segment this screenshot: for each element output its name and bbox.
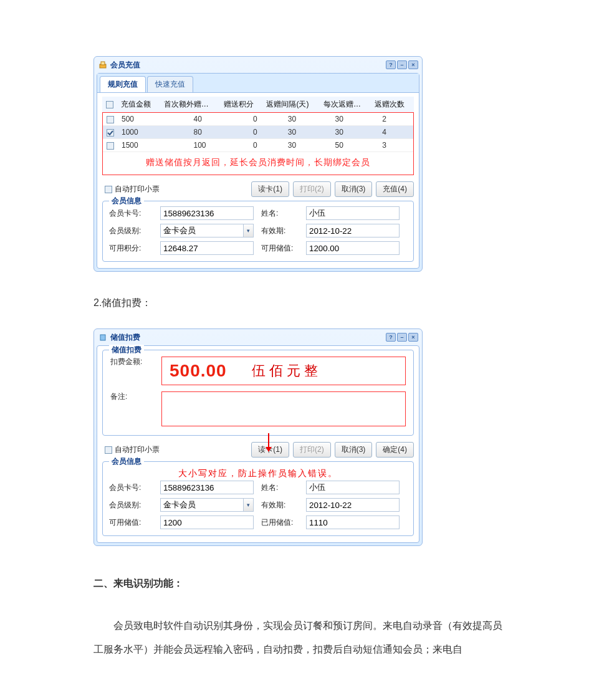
body-paragraph: 会员致电时软件自动识别其身份，实现会员订餐和预订房间。来电自动录音（有效提高员工… bbox=[93, 614, 508, 662]
amount-label: 扣费金额: bbox=[110, 357, 154, 367]
confirm-button[interactable]: 确定(4) bbox=[376, 442, 414, 458]
col-bonus-points: 赠送积分 bbox=[220, 97, 263, 113]
points-label: 可用积分: bbox=[109, 243, 153, 254]
deduction-panel: 储值扣费 扣费金额: 500.00 伍佰元整 备注: bbox=[102, 350, 414, 436]
print-button[interactable]: 打印(2) bbox=[293, 442, 331, 458]
col-first-extra: 首次额外赠… bbox=[160, 97, 220, 113]
svg-rect-2 bbox=[100, 335, 105, 340]
col-each-return: 每次返赠… bbox=[320, 97, 371, 113]
title-bar: 会员充值 ? – × bbox=[94, 57, 422, 73]
member-info-panel: 会员信息 大小写对应，防止操作员输入错误。 会员卡号: 姓名: 会员级别: ▾ … bbox=[102, 461, 414, 536]
select-all-checkbox[interactable] bbox=[106, 101, 113, 108]
section-label: 2.储值扣费： bbox=[93, 297, 508, 310]
card-no-label: 会员卡号: bbox=[109, 208, 153, 219]
recharge-icon bbox=[98, 60, 108, 70]
balance-label: 可用储值: bbox=[261, 243, 299, 254]
card-no-label: 会员卡号: bbox=[109, 482, 153, 493]
name-label: 姓名: bbox=[261, 208, 299, 219]
recharge-table: 充值金额 首次额外赠… 赠送积分 返赠间隔(天) 每次返赠… 返赠次数 bbox=[102, 97, 414, 113]
tabs: 规则充值 快速充值 bbox=[97, 74, 419, 93]
section-heading: 二、来电识别功能： bbox=[93, 577, 508, 590]
annotation-text: 大小写对应，防止操作员输入错误。 bbox=[109, 468, 407, 479]
valid-input[interactable] bbox=[306, 498, 400, 512]
valid-input[interactable] bbox=[306, 224, 400, 237]
member-info-panel: 会员信息 会员卡号: 姓名: 会员级别: ▾ 有效期: 可用积分: 可用储值 bbox=[102, 201, 414, 262]
name-input[interactable] bbox=[306, 206, 400, 220]
member-info-legend: 会员信息 bbox=[109, 196, 144, 206]
minimize-button[interactable]: – bbox=[397, 60, 407, 69]
used-input[interactable] bbox=[306, 515, 400, 529]
col-amount: 充值金额 bbox=[117, 97, 160, 113]
level-label: 会员级别: bbox=[109, 500, 153, 511]
annotation-text: 赠送储值按月返回，延长会员消费时间，长期绑定会员 bbox=[103, 152, 413, 175]
remark-label: 备注: bbox=[110, 391, 154, 402]
level-select[interactable] bbox=[160, 498, 254, 512]
tab-rule-recharge[interactable]: 规则充值 bbox=[100, 76, 146, 92]
deduction-dialog: 储值扣费 ? – × 储值扣费 扣费金额: 500.00 伍佰元整 备注: bbox=[93, 328, 423, 546]
close-button[interactable]: × bbox=[408, 333, 418, 342]
member-info-legend: 会员信息 bbox=[109, 456, 144, 467]
used-label: 已用储值: bbox=[261, 517, 299, 528]
card-no-input[interactable] bbox=[160, 481, 254, 494]
dialog-title: 会员充值 bbox=[110, 60, 140, 70]
help-button[interactable]: ? bbox=[386, 333, 396, 342]
print-button[interactable]: 打印(2) bbox=[293, 181, 331, 197]
title-bar: 储值扣费 ? – × bbox=[94, 329, 422, 345]
row-checkbox[interactable] bbox=[107, 116, 114, 123]
name-label: 姓名: bbox=[261, 482, 299, 493]
card-no-input[interactable] bbox=[160, 206, 254, 220]
col-return-times: 返赠次数 bbox=[371, 97, 414, 113]
cancel-button[interactable]: 取消(3) bbox=[335, 442, 373, 458]
name-input[interactable] bbox=[306, 481, 400, 494]
level-label: 会员级别: bbox=[109, 226, 153, 236]
auto-print-checkbox[interactable]: 自动打印小票 bbox=[105, 444, 160, 455]
minimize-button[interactable]: – bbox=[397, 333, 407, 342]
row-checkbox[interactable] bbox=[107, 129, 114, 137]
svg-rect-1 bbox=[101, 62, 105, 65]
amount-chinese: 伍佰元整 bbox=[252, 362, 322, 380]
close-button[interactable]: × bbox=[408, 60, 418, 69]
read-card-button[interactable]: 读卡(1) bbox=[251, 181, 289, 197]
table-row[interactable]: 1500 100 0 30 50 3 bbox=[103, 139, 413, 152]
row-checkbox[interactable] bbox=[107, 142, 114, 150]
deduction-icon bbox=[98, 332, 108, 342]
level-select[interactable] bbox=[160, 224, 254, 237]
points-input[interactable] bbox=[160, 241, 254, 255]
dialog-title: 储值扣费 bbox=[110, 332, 140, 343]
help-button[interactable]: ? bbox=[386, 60, 396, 69]
tab-quick-recharge[interactable]: 快速充值 bbox=[147, 76, 193, 92]
remark-input[interactable] bbox=[161, 391, 406, 426]
amount-box: 500.00 伍佰元整 bbox=[161, 357, 406, 385]
recharge-button[interactable]: 充值(4) bbox=[376, 181, 414, 197]
cancel-button[interactable]: 取消(3) bbox=[335, 181, 373, 197]
member-recharge-dialog: 会员充值 ? – × 规则充值 快速充值 充值金额 首次额外赠… 赠送积分 返赠… bbox=[93, 56, 423, 272]
valid-label: 有效期: bbox=[261, 226, 299, 236]
svg-marker-4 bbox=[266, 447, 272, 452]
deduction-legend: 储值扣费 bbox=[109, 345, 144, 355]
table-row[interactable]: 1000 80 0 30 30 4 bbox=[103, 126, 413, 139]
valid-label: 有效期: bbox=[261, 500, 299, 511]
avail-input[interactable] bbox=[160, 515, 254, 529]
table-row[interactable]: 500 40 0 30 30 2 bbox=[103, 113, 413, 126]
balance-input[interactable] bbox=[306, 241, 400, 255]
amount-value: 500.00 bbox=[170, 361, 227, 381]
col-interval: 返赠间隔(天) bbox=[262, 97, 320, 113]
chevron-down-icon[interactable]: ▾ bbox=[243, 499, 253, 511]
auto-print-checkbox[interactable]: 自动打印小票 bbox=[105, 184, 160, 194]
avail-label: 可用储值: bbox=[109, 517, 153, 528]
chevron-down-icon[interactable]: ▾ bbox=[243, 224, 253, 237]
